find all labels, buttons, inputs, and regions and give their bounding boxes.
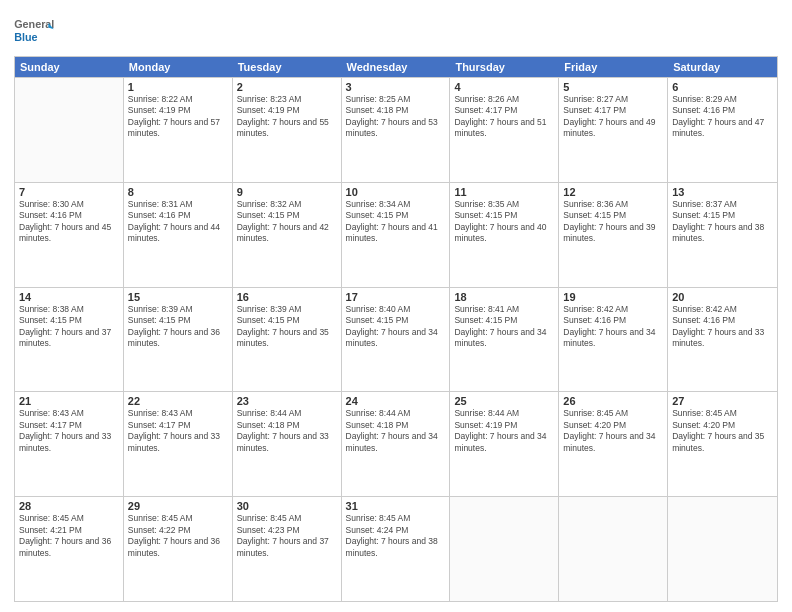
- day-cell: 30 Sunrise: 8:45 AM Sunset: 4:23 PM Dayl…: [233, 497, 342, 601]
- day-info: Sunrise: 8:42 AM Sunset: 4:16 PM Dayligh…: [563, 304, 663, 350]
- day-info: Sunrise: 8:22 AM Sunset: 4:19 PM Dayligh…: [128, 94, 228, 140]
- day-number: 31: [346, 500, 446, 512]
- day-info: Sunrise: 8:45 AM Sunset: 4:20 PM Dayligh…: [672, 408, 773, 454]
- logo-icon: General Blue: [14, 14, 54, 50]
- day-number: 3: [346, 81, 446, 93]
- day-number: 1: [128, 81, 228, 93]
- day-cell: 2 Sunrise: 8:23 AM Sunset: 4:19 PM Dayli…: [233, 78, 342, 182]
- day-info: Sunrise: 8:37 AM Sunset: 4:15 PM Dayligh…: [672, 199, 773, 245]
- day-number: 13: [672, 186, 773, 198]
- calendar: SundayMondayTuesdayWednesdayThursdayFrid…: [14, 56, 778, 602]
- logo: General Blue: [14, 14, 54, 50]
- day-info: Sunrise: 8:43 AM Sunset: 4:17 PM Dayligh…: [19, 408, 119, 454]
- day-info: Sunrise: 8:40 AM Sunset: 4:15 PM Dayligh…: [346, 304, 446, 350]
- day-info: Sunrise: 8:45 AM Sunset: 4:21 PM Dayligh…: [19, 513, 119, 559]
- day-number: 14: [19, 291, 119, 303]
- day-number: 25: [454, 395, 554, 407]
- day-number: 26: [563, 395, 663, 407]
- day-number: 12: [563, 186, 663, 198]
- day-cell: 24 Sunrise: 8:44 AM Sunset: 4:18 PM Dayl…: [342, 392, 451, 496]
- day-cell: 1 Sunrise: 8:22 AM Sunset: 4:19 PM Dayli…: [124, 78, 233, 182]
- day-cell: [15, 78, 124, 182]
- day-number: 15: [128, 291, 228, 303]
- day-number: 18: [454, 291, 554, 303]
- day-number: 5: [563, 81, 663, 93]
- day-info: Sunrise: 8:36 AM Sunset: 4:15 PM Dayligh…: [563, 199, 663, 245]
- day-info: Sunrise: 8:31 AM Sunset: 4:16 PM Dayligh…: [128, 199, 228, 245]
- page: General Blue SundayMondayTuesdayWednesda…: [0, 0, 792, 612]
- day-number: 8: [128, 186, 228, 198]
- day-cell: 23 Sunrise: 8:44 AM Sunset: 4:18 PM Dayl…: [233, 392, 342, 496]
- day-number: 28: [19, 500, 119, 512]
- day-number: 11: [454, 186, 554, 198]
- day-number: 17: [346, 291, 446, 303]
- week-row-4: 28 Sunrise: 8:45 AM Sunset: 4:21 PM Dayl…: [15, 496, 777, 601]
- day-cell: 22 Sunrise: 8:43 AM Sunset: 4:17 PM Dayl…: [124, 392, 233, 496]
- day-number: 6: [672, 81, 773, 93]
- day-cell: [668, 497, 777, 601]
- day-number: 7: [19, 186, 119, 198]
- day-cell: 15 Sunrise: 8:39 AM Sunset: 4:15 PM Dayl…: [124, 288, 233, 392]
- day-info: Sunrise: 8:23 AM Sunset: 4:19 PM Dayligh…: [237, 94, 337, 140]
- day-cell: 17 Sunrise: 8:40 AM Sunset: 4:15 PM Dayl…: [342, 288, 451, 392]
- calendar-body: 1 Sunrise: 8:22 AM Sunset: 4:19 PM Dayli…: [15, 77, 777, 601]
- day-cell: 27 Sunrise: 8:45 AM Sunset: 4:20 PM Dayl…: [668, 392, 777, 496]
- header-day-sunday: Sunday: [15, 57, 124, 77]
- day-info: Sunrise: 8:39 AM Sunset: 4:15 PM Dayligh…: [237, 304, 337, 350]
- day-number: 10: [346, 186, 446, 198]
- day-info: Sunrise: 8:38 AM Sunset: 4:15 PM Dayligh…: [19, 304, 119, 350]
- day-number: 16: [237, 291, 337, 303]
- day-info: Sunrise: 8:45 AM Sunset: 4:22 PM Dayligh…: [128, 513, 228, 559]
- day-cell: 7 Sunrise: 8:30 AM Sunset: 4:16 PM Dayli…: [15, 183, 124, 287]
- day-cell: 25 Sunrise: 8:44 AM Sunset: 4:19 PM Dayl…: [450, 392, 559, 496]
- day-info: Sunrise: 8:39 AM Sunset: 4:15 PM Dayligh…: [128, 304, 228, 350]
- day-info: Sunrise: 8:43 AM Sunset: 4:17 PM Dayligh…: [128, 408, 228, 454]
- day-cell: 20 Sunrise: 8:42 AM Sunset: 4:16 PM Dayl…: [668, 288, 777, 392]
- week-row-3: 21 Sunrise: 8:43 AM Sunset: 4:17 PM Dayl…: [15, 391, 777, 496]
- day-cell: 18 Sunrise: 8:41 AM Sunset: 4:15 PM Dayl…: [450, 288, 559, 392]
- day-cell: 3 Sunrise: 8:25 AM Sunset: 4:18 PM Dayli…: [342, 78, 451, 182]
- day-number: 4: [454, 81, 554, 93]
- day-info: Sunrise: 8:44 AM Sunset: 4:18 PM Dayligh…: [237, 408, 337, 454]
- day-cell: 9 Sunrise: 8:32 AM Sunset: 4:15 PM Dayli…: [233, 183, 342, 287]
- header-day-saturday: Saturday: [668, 57, 777, 77]
- day-cell: 10 Sunrise: 8:34 AM Sunset: 4:15 PM Dayl…: [342, 183, 451, 287]
- day-info: Sunrise: 8:42 AM Sunset: 4:16 PM Dayligh…: [672, 304, 773, 350]
- day-cell: 11 Sunrise: 8:35 AM Sunset: 4:15 PM Dayl…: [450, 183, 559, 287]
- day-info: Sunrise: 8:25 AM Sunset: 4:18 PM Dayligh…: [346, 94, 446, 140]
- day-number: 27: [672, 395, 773, 407]
- day-number: 30: [237, 500, 337, 512]
- day-cell: 5 Sunrise: 8:27 AM Sunset: 4:17 PM Dayli…: [559, 78, 668, 182]
- day-cell: 21 Sunrise: 8:43 AM Sunset: 4:17 PM Dayl…: [15, 392, 124, 496]
- day-number: 22: [128, 395, 228, 407]
- day-info: Sunrise: 8:45 AM Sunset: 4:24 PM Dayligh…: [346, 513, 446, 559]
- day-number: 20: [672, 291, 773, 303]
- day-info: Sunrise: 8:35 AM Sunset: 4:15 PM Dayligh…: [454, 199, 554, 245]
- day-cell: 31 Sunrise: 8:45 AM Sunset: 4:24 PM Dayl…: [342, 497, 451, 601]
- day-cell: 28 Sunrise: 8:45 AM Sunset: 4:21 PM Dayl…: [15, 497, 124, 601]
- svg-text:Blue: Blue: [14, 31, 37, 43]
- header-day-thursday: Thursday: [450, 57, 559, 77]
- day-info: Sunrise: 8:27 AM Sunset: 4:17 PM Dayligh…: [563, 94, 663, 140]
- day-info: Sunrise: 8:32 AM Sunset: 4:15 PM Dayligh…: [237, 199, 337, 245]
- day-cell: 16 Sunrise: 8:39 AM Sunset: 4:15 PM Dayl…: [233, 288, 342, 392]
- day-number: 29: [128, 500, 228, 512]
- week-row-2: 14 Sunrise: 8:38 AM Sunset: 4:15 PM Dayl…: [15, 287, 777, 392]
- day-cell: 6 Sunrise: 8:29 AM Sunset: 4:16 PM Dayli…: [668, 78, 777, 182]
- header: General Blue: [14, 10, 778, 50]
- day-number: 23: [237, 395, 337, 407]
- day-info: Sunrise: 8:45 AM Sunset: 4:20 PM Dayligh…: [563, 408, 663, 454]
- day-cell: 4 Sunrise: 8:26 AM Sunset: 4:17 PM Dayli…: [450, 78, 559, 182]
- day-number: 9: [237, 186, 337, 198]
- header-day-wednesday: Wednesday: [342, 57, 451, 77]
- day-cell: 19 Sunrise: 8:42 AM Sunset: 4:16 PM Dayl…: [559, 288, 668, 392]
- day-number: 24: [346, 395, 446, 407]
- day-info: Sunrise: 8:34 AM Sunset: 4:15 PM Dayligh…: [346, 199, 446, 245]
- day-number: 19: [563, 291, 663, 303]
- week-row-0: 1 Sunrise: 8:22 AM Sunset: 4:19 PM Dayli…: [15, 77, 777, 182]
- day-cell: [559, 497, 668, 601]
- day-cell: 12 Sunrise: 8:36 AM Sunset: 4:15 PM Dayl…: [559, 183, 668, 287]
- day-cell: 13 Sunrise: 8:37 AM Sunset: 4:15 PM Dayl…: [668, 183, 777, 287]
- svg-text:General: General: [14, 18, 54, 30]
- day-cell: 8 Sunrise: 8:31 AM Sunset: 4:16 PM Dayli…: [124, 183, 233, 287]
